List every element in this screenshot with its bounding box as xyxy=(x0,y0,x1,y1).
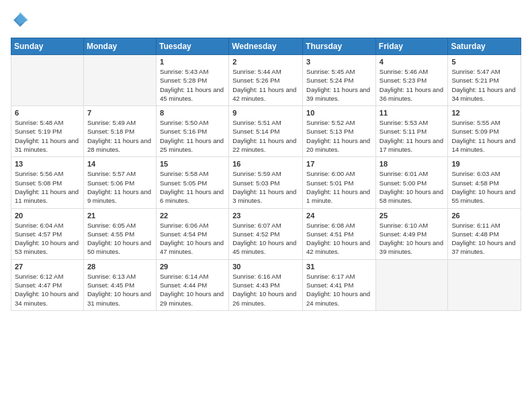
day-number: 26 xyxy=(451,212,517,220)
col-header-wednesday: Wednesday xyxy=(229,38,303,55)
day-info: Sunrise: 6:04 AM Sunset: 4:57 PM Dayligh… xyxy=(15,221,80,257)
calendar-cell: 18Sunrise: 6:01 AM Sunset: 5:00 PM Dayli… xyxy=(375,157,448,208)
calendar-cell: 1Sunrise: 5:43 AM Sunset: 5:28 PM Daylig… xyxy=(156,55,228,106)
day-number: 16 xyxy=(232,160,299,168)
day-number: 21 xyxy=(87,212,152,220)
day-info: Sunrise: 5:59 AM Sunset: 5:03 PM Dayligh… xyxy=(232,169,299,205)
calendar-cell: 20Sunrise: 6:04 AM Sunset: 4:57 PM Dayli… xyxy=(11,208,84,259)
day-info: Sunrise: 5:48 AM Sunset: 5:19 PM Dayligh… xyxy=(15,118,80,154)
day-number: 3 xyxy=(306,58,372,66)
day-info: Sunrise: 5:44 AM Sunset: 5:26 PM Dayligh… xyxy=(232,67,299,103)
day-number: 24 xyxy=(306,212,372,220)
calendar-cell: 22Sunrise: 6:06 AM Sunset: 4:54 PM Dayli… xyxy=(156,208,228,259)
day-info: Sunrise: 6:11 AM Sunset: 4:48 PM Dayligh… xyxy=(451,221,517,257)
day-number: 31 xyxy=(306,263,372,271)
logo xyxy=(11,11,32,30)
day-info: Sunrise: 5:58 AM Sunset: 5:05 PM Dayligh… xyxy=(160,169,225,205)
page-header xyxy=(11,11,521,30)
day-number: 27 xyxy=(15,263,80,271)
calendar-week-row: 1Sunrise: 5:43 AM Sunset: 5:28 PM Daylig… xyxy=(11,55,521,106)
day-number: 17 xyxy=(306,160,372,168)
day-info: Sunrise: 6:08 AM Sunset: 4:51 PM Dayligh… xyxy=(306,221,372,257)
day-number: 7 xyxy=(87,109,152,117)
day-number: 18 xyxy=(380,160,445,168)
day-number: 13 xyxy=(15,160,80,168)
day-number: 20 xyxy=(15,212,80,220)
col-header-saturday: Saturday xyxy=(448,38,521,55)
day-info: Sunrise: 5:52 AM Sunset: 5:13 PM Dayligh… xyxy=(306,118,372,154)
calendar-cell: 10Sunrise: 5:52 AM Sunset: 5:13 PM Dayli… xyxy=(303,106,376,157)
calendar-cell: 6Sunrise: 5:48 AM Sunset: 5:19 PM Daylig… xyxy=(11,106,84,157)
calendar-cell: 27Sunrise: 6:12 AM Sunset: 4:47 PM Dayli… xyxy=(11,259,84,310)
day-number: 10 xyxy=(306,109,372,117)
day-number: 12 xyxy=(451,109,517,117)
calendar-cell: 31Sunrise: 6:17 AM Sunset: 4:41 PM Dayli… xyxy=(303,259,376,310)
day-info: Sunrise: 6:05 AM Sunset: 4:55 PM Dayligh… xyxy=(87,221,152,257)
col-header-sunday: Sunday xyxy=(11,38,84,55)
calendar-cell: 30Sunrise: 6:16 AM Sunset: 4:43 PM Dayli… xyxy=(229,259,303,310)
day-info: Sunrise: 5:45 AM Sunset: 5:24 PM Dayligh… xyxy=(306,67,372,103)
day-number: 14 xyxy=(87,160,152,168)
day-info: Sunrise: 6:16 AM Sunset: 4:43 PM Dayligh… xyxy=(232,272,299,308)
col-header-tuesday: Tuesday xyxy=(156,38,228,55)
day-number: 4 xyxy=(380,58,445,66)
day-number: 15 xyxy=(160,160,225,168)
calendar-cell: 15Sunrise: 5:58 AM Sunset: 5:05 PM Dayli… xyxy=(156,157,228,208)
calendar-week-row: 6Sunrise: 5:48 AM Sunset: 5:19 PM Daylig… xyxy=(11,106,521,157)
day-number: 29 xyxy=(160,263,225,271)
calendar-cell: 23Sunrise: 6:07 AM Sunset: 4:52 PM Dayli… xyxy=(229,208,303,259)
day-number: 1 xyxy=(160,58,225,66)
day-number: 9 xyxy=(232,109,299,117)
day-info: Sunrise: 6:12 AM Sunset: 4:47 PM Dayligh… xyxy=(15,272,80,308)
calendar-cell: 21Sunrise: 6:05 AM Sunset: 4:55 PM Dayli… xyxy=(83,208,156,259)
logo-icon xyxy=(11,11,30,30)
day-number: 19 xyxy=(451,160,517,168)
calendar-cell: 17Sunrise: 6:00 AM Sunset: 5:01 PM Dayli… xyxy=(303,157,376,208)
day-number: 25 xyxy=(380,212,445,220)
calendar-cell: 16Sunrise: 5:59 AM Sunset: 5:03 PM Dayli… xyxy=(229,157,303,208)
day-info: Sunrise: 5:47 AM Sunset: 5:21 PM Dayligh… xyxy=(451,67,517,103)
calendar-cell: 24Sunrise: 6:08 AM Sunset: 4:51 PM Dayli… xyxy=(303,208,376,259)
calendar-cell: 11Sunrise: 5:53 AM Sunset: 5:11 PM Dayli… xyxy=(375,106,448,157)
calendar-table: SundayMondayTuesdayWednesdayThursdayFrid… xyxy=(11,38,521,311)
calendar-cell: 9Sunrise: 5:51 AM Sunset: 5:14 PM Daylig… xyxy=(229,106,303,157)
calendar-cell: 25Sunrise: 6:10 AM Sunset: 4:49 PM Dayli… xyxy=(375,208,448,259)
calendar-cell: 5Sunrise: 5:47 AM Sunset: 5:21 PM Daylig… xyxy=(448,55,521,106)
day-info: Sunrise: 6:14 AM Sunset: 4:44 PM Dayligh… xyxy=(160,272,225,308)
calendar-cell xyxy=(83,55,156,106)
calendar-cell: 8Sunrise: 5:50 AM Sunset: 5:16 PM Daylig… xyxy=(156,106,228,157)
day-info: Sunrise: 5:50 AM Sunset: 5:16 PM Dayligh… xyxy=(160,118,225,154)
day-info: Sunrise: 5:55 AM Sunset: 5:09 PM Dayligh… xyxy=(451,118,517,154)
calendar-week-row: 20Sunrise: 6:04 AM Sunset: 4:57 PM Dayli… xyxy=(11,208,521,259)
calendar-week-row: 27Sunrise: 6:12 AM Sunset: 4:47 PM Dayli… xyxy=(11,259,521,310)
day-info: Sunrise: 6:17 AM Sunset: 4:41 PM Dayligh… xyxy=(306,272,372,308)
day-number: 2 xyxy=(232,58,299,66)
col-header-thursday: Thursday xyxy=(303,38,376,55)
calendar-cell xyxy=(375,259,448,310)
day-number: 22 xyxy=(160,212,225,220)
day-info: Sunrise: 6:10 AM Sunset: 4:49 PM Dayligh… xyxy=(380,221,445,257)
calendar-cell: 13Sunrise: 5:56 AM Sunset: 5:08 PM Dayli… xyxy=(11,157,84,208)
calendar-cell: 26Sunrise: 6:11 AM Sunset: 4:48 PM Dayli… xyxy=(448,208,521,259)
day-number: 30 xyxy=(232,263,299,271)
calendar-cell: 4Sunrise: 5:46 AM Sunset: 5:23 PM Daylig… xyxy=(375,55,448,106)
calendar-week-row: 13Sunrise: 5:56 AM Sunset: 5:08 PM Dayli… xyxy=(11,157,521,208)
day-info: Sunrise: 6:13 AM Sunset: 4:45 PM Dayligh… xyxy=(87,272,152,308)
calendar-cell: 28Sunrise: 6:13 AM Sunset: 4:45 PM Dayli… xyxy=(83,259,156,310)
day-info: Sunrise: 6:01 AM Sunset: 5:00 PM Dayligh… xyxy=(380,169,445,205)
day-info: Sunrise: 5:51 AM Sunset: 5:14 PM Dayligh… xyxy=(232,118,299,154)
calendar-cell: 29Sunrise: 6:14 AM Sunset: 4:44 PM Dayli… xyxy=(156,259,228,310)
day-number: 8 xyxy=(160,109,225,117)
day-number: 23 xyxy=(232,212,299,220)
day-info: Sunrise: 6:00 AM Sunset: 5:01 PM Dayligh… xyxy=(306,169,372,205)
day-info: Sunrise: 6:03 AM Sunset: 4:58 PM Dayligh… xyxy=(451,169,517,205)
day-info: Sunrise: 6:06 AM Sunset: 4:54 PM Dayligh… xyxy=(160,221,225,257)
col-header-friday: Friday xyxy=(375,38,448,55)
calendar-cell xyxy=(448,259,521,310)
day-number: 6 xyxy=(15,109,80,117)
day-info: Sunrise: 6:07 AM Sunset: 4:52 PM Dayligh… xyxy=(232,221,299,257)
calendar-cell: 7Sunrise: 5:49 AM Sunset: 5:18 PM Daylig… xyxy=(83,106,156,157)
day-number: 11 xyxy=(380,109,445,117)
day-info: Sunrise: 5:49 AM Sunset: 5:18 PM Dayligh… xyxy=(87,118,152,154)
calendar-cell xyxy=(11,55,84,106)
